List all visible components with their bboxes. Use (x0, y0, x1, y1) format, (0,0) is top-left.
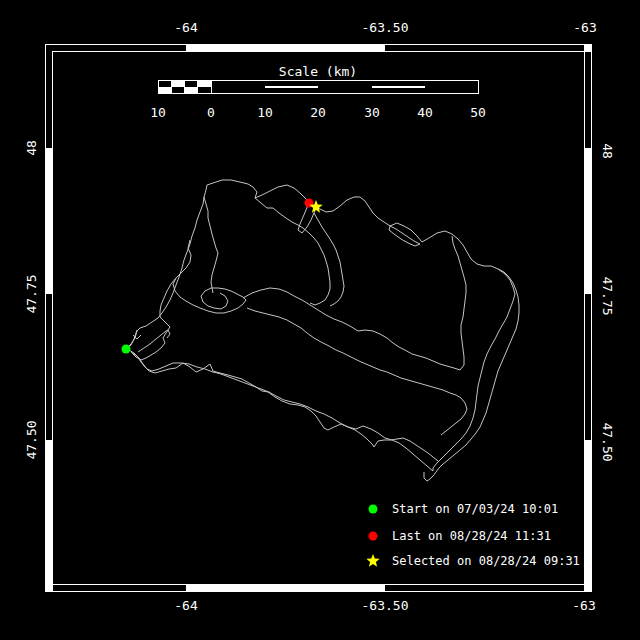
axis-tick-label-left: 47.50 (25, 420, 38, 459)
frame-band-right-2 (584, 440, 592, 592)
axis-tick-label-left: 47.75 (25, 274, 38, 313)
map-plot: -64-63.50-63 -64-63.50-63 4847.7547.50 4… (0, 0, 640, 640)
scalebar-unit-label: 40 (417, 106, 433, 119)
scalebar-unit-label: 0 (207, 106, 215, 119)
frame-band-top-2 (584, 44, 592, 52)
scalebar-divider (211, 81, 212, 93)
scalebar-checker-cell (198, 81, 211, 87)
legend-label: Start on 07/03/24 10:01 (392, 503, 558, 515)
axis-tick-label-right: 47.50 (601, 422, 614, 461)
scalebar-title: Scale (km) (279, 65, 357, 78)
legend-label: Last on 08/28/24 11:31 (392, 530, 551, 542)
scalebar-unit-label: 50 (470, 106, 486, 119)
scalebar-divider (171, 81, 172, 93)
frame-band-top-1 (186, 44, 385, 52)
axis-tick-label-left: 48 (25, 140, 38, 156)
scalebar-unit-label: 20 (310, 106, 326, 119)
legend-label: Selected on 08/28/24 09:31 (392, 555, 580, 567)
axis-tick-label-right: 47.75 (601, 276, 614, 315)
axis-tick-label-top: -64 (174, 21, 197, 34)
axis-tick-label-bottom: -64 (174, 599, 197, 612)
frame-band-left-2 (45, 440, 53, 592)
scalebar-stripe (265, 86, 318, 88)
axis-tick-label-top: -63 (573, 21, 596, 34)
scalebar-divider (197, 81, 198, 93)
frame-band-right-1 (584, 148, 592, 294)
frame-band-bottom-1 (186, 584, 385, 592)
scalebar-divider (184, 81, 185, 93)
axis-tick-label-top: -63.50 (362, 21, 409, 34)
axis-tick-label-bottom: -63 (572, 599, 595, 612)
axis-tick-label-bottom: -63.50 (362, 599, 409, 612)
axis-tick-label-right: 48 (601, 143, 614, 159)
frame-band-left-1 (45, 148, 53, 294)
scalebar-unit-label: 10 (257, 106, 273, 119)
scalebar-unit-label: 10 (150, 106, 166, 119)
scalebar-unit-label: 30 (364, 106, 380, 119)
scalebar-stripe (372, 86, 425, 88)
